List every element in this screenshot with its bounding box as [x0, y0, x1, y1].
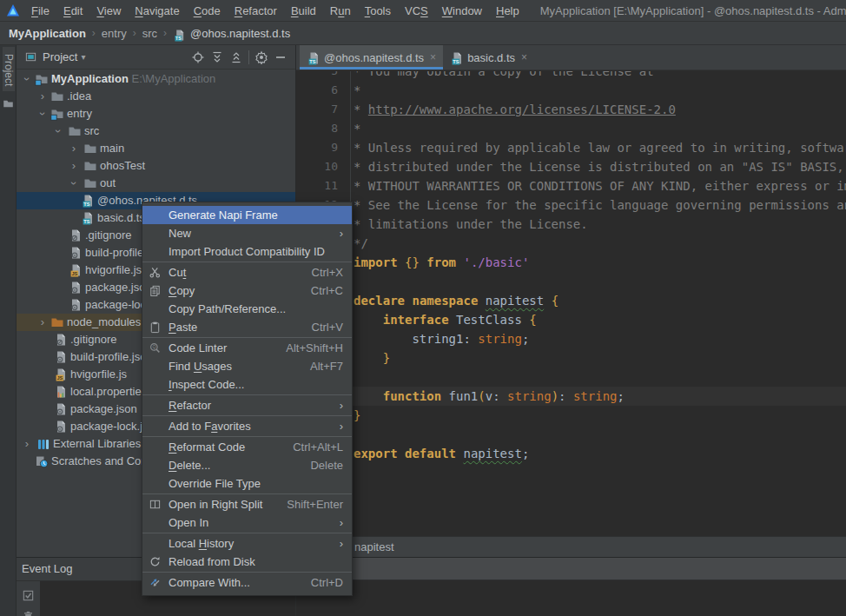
chevron-collapsed-icon[interactable]: › [68, 140, 80, 157]
folder-icon [50, 89, 64, 103]
svg-text:TS: TS [175, 36, 182, 41]
menu-vcs[interactable]: VCS [398, 3, 435, 19]
expand-all-button[interactable] [208, 48, 227, 67]
close-icon[interactable]: × [521, 51, 527, 63]
context-item-copy[interactable]: CopyCtrl+C [142, 282, 352, 300]
tree-item-src[interactable]: ›src [17, 123, 295, 140]
context-item-add-to-favorites[interactable]: Add to Favorites› [142, 417, 352, 435]
empty-icon-slot [149, 438, 162, 456]
project-panel-title[interactable]: Project [43, 50, 77, 63]
breadcrumb-separator: › [92, 27, 96, 39]
tree-item-label: node_modules [67, 314, 141, 331]
context-item-open-in-right-split[interactable]: Open in Right SplitShift+Enter [142, 495, 352, 513]
context-item-label: Inspect Code... [169, 378, 244, 391]
ignored-file-icon [69, 229, 83, 242]
context-item-copy-path-reference[interactable]: Copy Path/Reference... [142, 300, 352, 318]
context-item-code-linter[interactable]: QCode LinterAlt+Shift+H [142, 339, 352, 357]
tab-basic-d-ts[interactable]: TSbasic.d.ts× [443, 45, 534, 70]
context-item-inspect-code[interactable]: Inspect Code... [142, 375, 352, 394]
breadcrumb-separator: › [133, 27, 136, 39]
context-item-delete[interactable]: Delete...Delete [142, 456, 352, 474]
tree-item-out[interactable]: ›out [17, 175, 295, 192]
code-line-9: 9* Unless required by applicable law or … [296, 138, 846, 157]
context-item-label: Compare With... [169, 576, 250, 589]
empty-icon-slot [149, 456, 162, 474]
chevron-collapsed-icon[interactable]: › [68, 157, 80, 175]
tree-item-label: ohosTest [100, 157, 145, 175]
chevron-expanded-icon[interactable]: › [50, 125, 67, 137]
context-item-label: Open In [169, 516, 208, 529]
editor-body[interactable]: 5* You may obtain a copy of the License … [296, 71, 846, 536]
tab-ohos-napitest-d-ts[interactable]: TS@ohos.napitest.d.ts× [300, 45, 443, 70]
empty-icon-slot [149, 375, 162, 394]
clear-button[interactable] [22, 610, 35, 616]
menu-refactor[interactable]: Refactor [228, 3, 284, 19]
chevron-collapsed-icon[interactable]: › [36, 314, 49, 331]
chevron-collapsed-icon[interactable]: › [36, 88, 49, 105]
menu-file[interactable]: File [24, 3, 56, 19]
empty-icon-slot [149, 300, 162, 318]
breadcrumb-item-ohos-napitest-d-ts[interactable]: @ohos.napitest.d.ts [190, 27, 290, 40]
chevron-expanded-icon[interactable]: › [65, 177, 83, 189]
stripe-folder-icon[interactable] [3, 98, 14, 109]
chevron-expanded-icon[interactable]: › [18, 73, 36, 85]
code-line-16: 16 [296, 272, 846, 291]
context-item-import-product-compatibility-id[interactable]: Import Product Compatibility ID [142, 242, 352, 261]
context-item-reformat-code[interactable]: Reformat CodeCtrl+Alt+L [142, 438, 352, 456]
context-item-compare-with[interactable]: Compare With...Ctrl+D [142, 573, 352, 592]
editor-area: TS@ohos.napitest.d.ts×TSbasic.d.ts× 5* Y… [295, 45, 846, 557]
breadcrumb-item-entry[interactable]: entry [102, 27, 127, 40]
context-item-local-history[interactable]: Local History› [142, 534, 352, 553]
copy-icon [149, 282, 162, 300]
tree-item-path: E:\MyApplication [129, 72, 215, 85]
breadcrumb-item-src[interactable]: src [142, 27, 157, 40]
menu-separator [142, 415, 352, 416]
context-item-reload-from-disk[interactable]: Reload from Disk [142, 553, 352, 571]
chevron-collapsed-icon[interactable]: › [21, 435, 33, 453]
scratches-icon [35, 454, 49, 468]
module-folder-icon [50, 107, 64, 121]
stripe-tab-project[interactable]: Project [3, 47, 15, 91]
code-line-20: 20 } [296, 348, 846, 368]
close-icon[interactable]: × [430, 51, 436, 63]
context-item-paste[interactable]: PasteCtrl+V [142, 318, 352, 336]
ts-file-icon: TS [307, 51, 320, 64]
hide-button[interactable] [271, 48, 290, 67]
menu-separator [142, 572, 352, 573]
chevron-down-icon[interactable]: ▾ [81, 52, 85, 62]
collapse-all-button[interactable] [227, 48, 246, 67]
context-item-find-usages[interactable]: Find UsagesAlt+F7 [142, 357, 352, 375]
mark-read-button[interactable] [22, 589, 35, 602]
settings-button[interactable] [252, 48, 271, 67]
svg-text:Q: Q [152, 344, 155, 349]
empty-icon-slot [149, 224, 162, 242]
tree-item-ohostest[interactable]: ›ohosTest [17, 157, 295, 175]
menu-tools[interactable]: Tools [358, 3, 398, 19]
chevron-expanded-icon[interactable]: › [34, 108, 51, 120]
menu-build[interactable]: Build [284, 3, 323, 19]
context-item-open-in[interactable]: Open In› [142, 513, 352, 532]
context-item-generate-napi-frame[interactable]: Generate Napi Frame [142, 206, 352, 224]
locate-button[interactable] [188, 48, 208, 67]
breadcrumb-item-myapplication[interactable]: MyApplication [9, 27, 86, 40]
line-number: 5 [296, 71, 338, 81]
context-item-new[interactable]: New› [142, 224, 352, 242]
menu-help[interactable]: Help [489, 3, 526, 19]
menu-edit[interactable]: Edit [56, 3, 89, 19]
tree-item-main[interactable]: ›main [17, 140, 295, 157]
code-text: string1: string; [354, 329, 529, 348]
code-text: } [354, 348, 390, 368]
context-item-cut[interactable]: CutCtrl+X [142, 263, 352, 282]
menu-code[interactable]: Code [187, 3, 228, 19]
menu-run[interactable]: Run [323, 3, 358, 19]
tree-item-idea[interactable]: ›.idea [17, 88, 295, 105]
context-item-refactor[interactable]: Refactor› [142, 396, 352, 414]
tree-item-entry[interactable]: ›entry [17, 105, 295, 123]
ts-file-icon: TS [450, 51, 463, 64]
menu-window[interactable]: Window [435, 3, 489, 19]
menu-navigate[interactable]: Navigate [128, 3, 186, 19]
menu-view[interactable]: View [89, 3, 128, 19]
editor-breadcrumb-item[interactable]: napitest [354, 540, 394, 553]
context-item-override-file-type[interactable]: Override File Type [142, 474, 352, 493]
tree-item-myapplication[interactable]: ›MyApplication E:\MyApplication [17, 70, 295, 88]
